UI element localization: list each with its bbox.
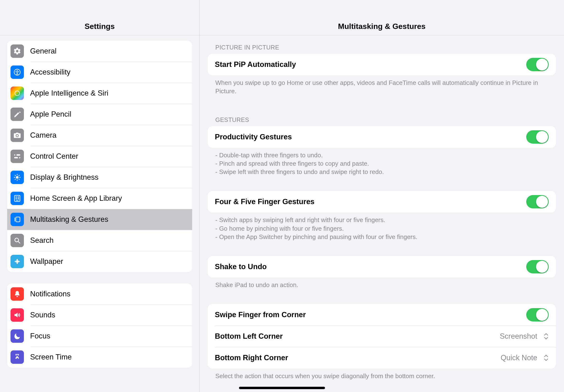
sidebar-item-apple-pencil[interactable]: Apple Pencil (7, 104, 192, 125)
sidebar-pane: Settings General Accessibility (0, 0, 200, 392)
sidebar-item-home-screen[interactable]: Home Screen & App Library (7, 188, 192, 209)
pencil-icon (11, 108, 24, 121)
section-footer-productivity: - Double-tap with three fingers to undo.… (208, 148, 556, 177)
row-title: Shake to Undo (215, 263, 267, 271)
fourfive-card: Four & Five Finger Gestures (208, 191, 556, 212)
sidebar-item-focus[interactable]: Focus (7, 325, 192, 347)
row-title: Bottom Right Corner (215, 353, 288, 362)
sidebar-item-label: Multitasking & Gestures (30, 215, 108, 224)
sidebar-item-label: Wallpaper (30, 257, 63, 266)
sidebar-title: Settings (85, 22, 115, 31)
bell-icon (11, 287, 24, 301)
row-value: Quick Note (501, 353, 537, 362)
sidebar-item-label: Control Center (30, 152, 78, 161)
sidebar-item-label: Camera (30, 131, 56, 140)
sidebar-group-2: Notifications Sounds Focus (7, 283, 192, 368)
toggle-start-pip[interactable] (526, 58, 549, 71)
sidebar-item-label: Apple Intelligence & Siri (30, 89, 108, 98)
sidebar-item-label: Home Screen & App Library (30, 194, 122, 203)
sidebar-item-apple-intelligence-siri[interactable]: Apple Intelligence & Siri (7, 83, 192, 104)
speaker-icon (11, 308, 24, 322)
svg-point-2 (15, 91, 20, 96)
sidebar-item-wallpaper[interactable]: Wallpaper (7, 251, 192, 272)
svg-point-5 (15, 154, 17, 156)
sidebar-item-label: Sounds (30, 311, 55, 319)
sidebar-item-control-center[interactable]: Control Center (7, 146, 192, 167)
sidebar-item-camera[interactable]: Camera (7, 125, 192, 146)
section-footer-shake: Shake iPad to undo an action. (208, 278, 556, 290)
svg-point-12 (18, 198, 19, 199)
toggle-productivity[interactable] (526, 130, 549, 144)
svg-rect-13 (16, 200, 18, 200)
sidebar-item-label: Screen Time (30, 353, 72, 361)
hourglass-icon (11, 350, 24, 364)
wallpaper-icon (11, 255, 24, 268)
sidebar-item-label: Apple Pencil (30, 110, 71, 119)
svg-point-1 (17, 70, 18, 71)
sidebar-group-1: General Accessibility Apple Intelligence… (7, 41, 192, 272)
sidebar-item-label: Accessibility (30, 68, 70, 76)
detail-title: Multitasking & Gestures (338, 22, 425, 31)
svg-point-11 (16, 198, 16, 199)
siri-icon (11, 86, 24, 100)
toggle-shake[interactable] (526, 260, 549, 273)
toggle-swipe-corner[interactable] (526, 308, 549, 322)
corner-card: Swipe Finger from Corner Bottom Left Cor… (208, 304, 556, 369)
sidebar-item-display-brightness[interactable]: Display & Brightness (7, 167, 192, 188)
toggle-four-five[interactable] (526, 195, 549, 209)
sidebar-item-label: Focus (30, 332, 50, 340)
sidebar-item-screen-time[interactable]: Screen Time (7, 347, 192, 368)
svg-point-7 (16, 176, 18, 179)
sidebar-item-search[interactable]: Search (7, 230, 192, 251)
row-title: Productivity Gestures (215, 133, 292, 141)
sidebar-item-general[interactable]: General (7, 41, 192, 62)
detail-title-bar: Multitasking & Gestures (200, 0, 564, 35)
svg-point-10 (18, 197, 19, 197)
row-four-five: Four & Five Finger Gestures (208, 191, 556, 212)
row-bottom-right[interactable]: Bottom Right Corner Quick Note (208, 347, 556, 369)
updown-chevron-icon (543, 354, 549, 361)
gear-icon (11, 44, 24, 58)
sidebar-item-sounds[interactable]: Sounds (7, 305, 192, 325)
svg-point-15 (14, 218, 15, 219)
svg-point-16 (14, 219, 15, 220)
sidebar-item-accessibility[interactable]: Accessibility (7, 62, 192, 83)
svg-rect-4 (14, 157, 20, 158)
home-grid-icon (11, 192, 24, 205)
section-footer-pip: When you swipe up to go Home or use othe… (208, 75, 556, 96)
row-shake: Shake to Undo (208, 256, 556, 278)
sidebar-item-label: Notifications (30, 290, 70, 298)
section-footer-corner: Select the action that occurs when you s… (208, 369, 556, 381)
moon-icon (11, 329, 24, 343)
home-indicator (239, 387, 325, 389)
sidebar-item-label: General (30, 47, 56, 56)
sidebar-title-bar: Settings (0, 0, 199, 35)
row-value: Screenshot (500, 332, 537, 341)
section-footer-four-five: - Switch apps by swiping left and right … (208, 212, 556, 242)
sidebar-item-label: Display & Brightness (30, 173, 98, 182)
row-title: Swipe Finger from Corner (215, 310, 306, 319)
productivity-card: Productivity Gestures (208, 126, 556, 148)
detail-pane: Multitasking & Gestures PICTURE IN PICTU… (200, 0, 564, 392)
row-title: Start PiP Automatically (215, 60, 296, 69)
sidebar-item-notifications[interactable]: Notifications (7, 283, 192, 305)
multitasking-icon (11, 213, 24, 226)
sliders-icon (11, 150, 24, 163)
accessibility-icon (11, 66, 24, 79)
row-start-pip: Start PiP Automatically (208, 54, 556, 75)
sun-icon (11, 171, 24, 184)
row-title: Bottom Left Corner (215, 332, 283, 341)
camera-icon (11, 129, 24, 142)
sidebar-item-multitasking-gestures[interactable]: Multitasking & Gestures (7, 209, 192, 230)
shake-card: Shake to Undo (208, 256, 556, 278)
row-bottom-left[interactable]: Bottom Left Corner Screenshot (208, 325, 556, 347)
row-productivity: Productivity Gestures (208, 126, 556, 148)
updown-chevron-icon (543, 333, 549, 340)
sidebar-item-label: Search (30, 236, 54, 245)
pip-card: Start PiP Automatically (208, 54, 556, 75)
svg-point-9 (16, 197, 16, 197)
svg-rect-14 (16, 217, 20, 222)
row-title: Four & Five Finger Gestures (215, 197, 315, 206)
svg-point-6 (18, 157, 19, 158)
svg-point-17 (14, 220, 15, 221)
